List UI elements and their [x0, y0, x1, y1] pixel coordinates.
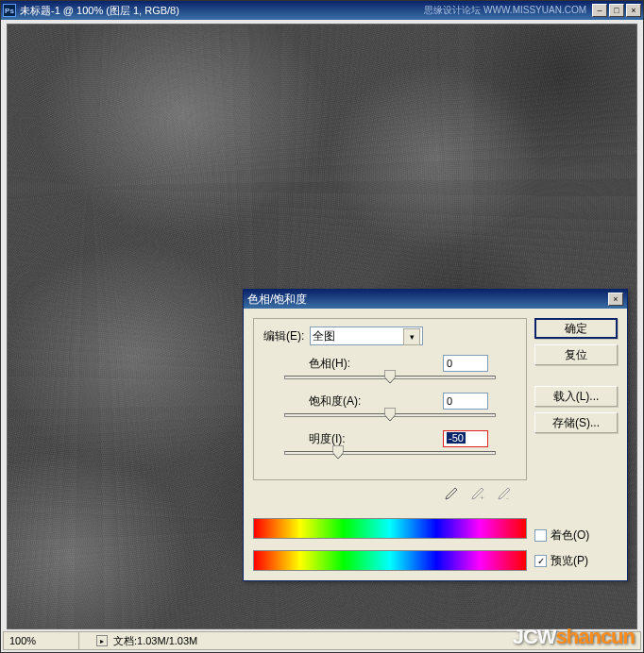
document-size: ▸ 文档: 1.03M/1.03M — [79, 634, 197, 648]
reset-button[interactable]: 复位 — [534, 344, 618, 365]
svg-text:-: - — [506, 494, 509, 502]
maximize-button[interactable]: □ — [609, 4, 624, 17]
zoom-level[interactable]: 100% — [4, 632, 79, 649]
saturation-slider-thumb[interactable] — [385, 408, 396, 421]
edit-select-value: 全图 — [313, 328, 335, 344]
expand-icon[interactable]: ▸ — [96, 635, 108, 646]
dialog-title: 色相/饱和度 — [247, 292, 608, 308]
colorize-row: 着色(O) — [534, 527, 618, 544]
dialog-left-panel: 编辑(E): 全图 色相(H): — [253, 318, 527, 571]
lightness-slider-thumb[interactable] — [332, 445, 343, 459]
eyedropper-plus-icon[interactable]: + — [468, 486, 485, 503]
lightness-label: 明度(I): — [309, 431, 384, 447]
hue-slider-thumb[interactable] — [385, 370, 396, 383]
doc-label: 文档: — [113, 634, 137, 648]
dialog-close-button[interactable]: × — [608, 293, 623, 306]
hue-slider[interactable] — [284, 376, 496, 379]
ok-button[interactable]: 确定 — [534, 318, 618, 339]
status-bar: 100% ▸ 文档: 1.03M/1.03M — [3, 631, 641, 650]
edit-group: 编辑(E): 全图 色相(H): — [253, 318, 527, 480]
lightness-row: 明度(I): -50 — [263, 430, 517, 455]
document-title: 未标题-1 @ 100% (图层 1, RGB/8) — [20, 4, 424, 18]
preview-label: 预览(P) — [551, 553, 588, 569]
titlebar-watermark: 思缘设计论坛 WWW.MISSYUAN.COM — [424, 4, 586, 17]
hue-saturation-dialog: 色相/饱和度 × 编辑(E): 全图 色相(H): — [243, 289, 628, 581]
edit-select[interactable]: 全图 — [310, 326, 423, 345]
lightness-input-wrap[interactable]: -50 — [443, 430, 488, 447]
edit-row: 编辑(E): 全图 — [263, 326, 517, 345]
svg-text:+: + — [480, 494, 484, 502]
preview-row: ✓ 预览(P) — [534, 553, 618, 569]
load-button[interactable]: 载入(L)... — [534, 386, 618, 407]
saturation-slider[interactable] — [284, 413, 496, 417]
doc-size-value: 1.03M/1.03M — [137, 635, 197, 646]
saturation-row: 饱和度(A): — [263, 393, 517, 417]
hue-row: 色相(H): — [263, 355, 517, 379]
eyedropper-tools: + - — [253, 486, 527, 503]
saturation-label: 饱和度(A): — [309, 393, 384, 410]
lightness-slider[interactable] — [284, 451, 496, 455]
close-button[interactable]: × — [626, 4, 641, 17]
dialog-right-panel: 确定 复位 载入(L)... 存储(S)... 着色(O) ✓ 预览(P) — [534, 318, 618, 571]
window-controls: – □ × — [592, 4, 641, 17]
preview-checkbox[interactable]: ✓ — [534, 555, 547, 567]
colorize-checkbox[interactable] — [534, 529, 547, 542]
save-button[interactable]: 存储(S)... — [534, 412, 618, 433]
minimize-button[interactable]: – — [592, 4, 607, 17]
document-titlebar[interactable]: Ps 未标题-1 @ 100% (图层 1, RGB/8) 思缘设计论坛 WWW… — [1, 1, 643, 20]
eyedropper-minus-icon[interactable]: - — [495, 486, 512, 503]
lightness-input[interactable]: -50 — [447, 432, 466, 444]
edit-label: 编辑(E): — [263, 328, 304, 344]
colorize-label: 着色(O) — [551, 527, 589, 544]
saturation-input[interactable] — [443, 393, 488, 410]
eyedropper-icon[interactable] — [442, 486, 459, 503]
ps-icon: Ps — [3, 4, 16, 17]
dialog-body: 编辑(E): 全图 色相(H): — [244, 309, 627, 580]
hue-bar-top — [253, 518, 527, 539]
hue-input[interactable] — [443, 355, 488, 372]
dialog-titlebar[interactable]: 色相/饱和度 × — [244, 290, 627, 309]
hue-bar-bottom — [253, 550, 527, 571]
hue-gradient-bars — [253, 511, 527, 571]
hue-label: 色相(H): — [309, 356, 384, 372]
